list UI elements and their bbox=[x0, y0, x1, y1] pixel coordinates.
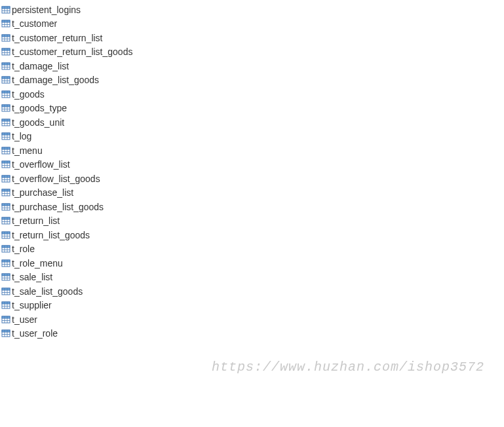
table-item[interactable]: t_supplier bbox=[0, 299, 504, 313]
table-item[interactable]: t_role_menu bbox=[0, 256, 504, 270]
table-item[interactable]: t_purchase_list bbox=[0, 186, 504, 200]
table-label: t_overflow_list bbox=[12, 159, 70, 170]
table-label: t_user bbox=[12, 314, 37, 325]
table-label: t_damage_list_goods bbox=[12, 75, 99, 85]
table-item[interactable]: t_return_list_goods bbox=[0, 228, 504, 242]
table-item[interactable]: t_goods bbox=[0, 87, 504, 102]
table-label: t_sale_list_goods bbox=[12, 286, 83, 297]
table-icon bbox=[1, 216, 10, 225]
table-label: persistent_logins bbox=[12, 5, 81, 15]
table-icon bbox=[1, 118, 10, 127]
svg-rect-51 bbox=[2, 147, 10, 149]
table-icon bbox=[1, 272, 10, 282]
svg-rect-46 bbox=[2, 133, 10, 135]
svg-rect-21 bbox=[2, 63, 10, 65]
table-item[interactable]: t_sale_list_goods bbox=[0, 284, 504, 299]
table-item[interactable]: t_return_list bbox=[0, 214, 504, 229]
svg-rect-66 bbox=[2, 189, 10, 191]
svg-rect-11 bbox=[2, 35, 10, 37]
table-label: t_overflow_list_goods bbox=[12, 174, 100, 184]
table-icon bbox=[1, 315, 10, 324]
svg-rect-36 bbox=[2, 105, 10, 107]
table-icon bbox=[1, 47, 10, 56]
table-icon bbox=[1, 231, 10, 240]
table-label: t_supplier bbox=[12, 300, 52, 310]
table-item[interactable]: t_log bbox=[0, 130, 504, 144]
svg-rect-116 bbox=[2, 330, 10, 332]
table-item[interactable]: t_overflow_list bbox=[0, 158, 504, 172]
svg-rect-96 bbox=[2, 274, 10, 276]
table-icon bbox=[1, 90, 10, 99]
table-label: t_menu bbox=[12, 145, 43, 156]
table-label: t_goods bbox=[12, 89, 45, 100]
table-label: t_role bbox=[12, 244, 35, 254]
table-label: t_goods_type bbox=[12, 103, 67, 113]
table-item[interactable]: t_role bbox=[0, 242, 504, 257]
svg-rect-61 bbox=[2, 176, 10, 177]
table-icon bbox=[1, 33, 10, 43]
table-icon bbox=[1, 244, 10, 253]
table-item[interactable]: t_purchase_list_goods bbox=[0, 200, 504, 214]
svg-rect-56 bbox=[2, 161, 10, 163]
svg-rect-71 bbox=[2, 204, 10, 206]
table-item[interactable]: t_overflow_list_goods bbox=[0, 172, 504, 186]
table-label: t_customer bbox=[12, 18, 57, 29]
table-icon bbox=[1, 287, 10, 296]
table-item[interactable]: t_customer bbox=[0, 17, 504, 31]
table-label: t_return_list bbox=[12, 215, 60, 226]
table-icon bbox=[1, 62, 10, 71]
table-icon bbox=[1, 259, 10, 268]
table-icon bbox=[1, 202, 10, 212]
table-icon bbox=[1, 146, 10, 155]
svg-rect-101 bbox=[2, 288, 10, 290]
svg-rect-91 bbox=[2, 260, 10, 262]
table-item[interactable]: t_customer_return_list_goods bbox=[0, 45, 504, 60]
svg-rect-41 bbox=[2, 119, 10, 121]
table-label: t_purchase_list_goods bbox=[12, 202, 104, 212]
svg-rect-1 bbox=[2, 7, 10, 9]
table-icon bbox=[1, 103, 10, 113]
table-label: t_damage_list bbox=[12, 61, 69, 71]
svg-rect-106 bbox=[2, 302, 10, 304]
table-icon bbox=[1, 132, 10, 141]
table-item[interactable]: t_sale_list bbox=[0, 270, 504, 285]
svg-rect-16 bbox=[2, 48, 10, 50]
table-label: t_return_list_goods bbox=[12, 230, 90, 240]
svg-rect-26 bbox=[2, 77, 10, 79]
table-label: t_customer_return_list bbox=[12, 33, 103, 43]
table-label: t_sale_list bbox=[12, 272, 52, 282]
table-label: t_purchase_list bbox=[12, 187, 73, 198]
table-icon bbox=[1, 5, 10, 14]
watermark-text: https://www.huzhan.com/ishop3572 bbox=[212, 360, 484, 375]
svg-rect-31 bbox=[2, 91, 10, 93]
table-item[interactable]: t_damage_list bbox=[0, 59, 504, 73]
svg-rect-76 bbox=[2, 217, 10, 219]
svg-rect-6 bbox=[2, 20, 10, 22]
table-item[interactable]: t_goods_unit bbox=[0, 115, 504, 130]
table-item[interactable]: t_menu bbox=[0, 143, 504, 158]
table-label: t_role_menu bbox=[12, 258, 63, 269]
table-item[interactable]: t_goods_type bbox=[0, 102, 504, 116]
table-icon bbox=[1, 188, 10, 197]
table-icon bbox=[1, 160, 10, 169]
table-label: t_customer_return_list_goods bbox=[12, 46, 132, 57]
table-icon bbox=[1, 329, 10, 338]
svg-rect-81 bbox=[2, 232, 10, 234]
table-label: t_log bbox=[12, 131, 31, 141]
table-icon bbox=[1, 75, 10, 84]
table-label: t_user_role bbox=[12, 328, 58, 339]
table-label: t_goods_unit bbox=[12, 117, 64, 128]
table-icon bbox=[1, 174, 10, 183]
svg-rect-111 bbox=[2, 316, 10, 318]
table-item[interactable]: t_customer_return_list bbox=[0, 31, 504, 45]
database-table-list: persistent_loginst_customert_customer_re… bbox=[0, 0, 504, 341]
table-icon bbox=[1, 19, 10, 28]
table-item[interactable]: t_damage_list_goods bbox=[0, 73, 504, 88]
table-item[interactable]: persistent_logins bbox=[0, 3, 504, 17]
svg-rect-86 bbox=[2, 246, 10, 248]
table-item[interactable]: t_user bbox=[0, 312, 504, 327]
table-icon bbox=[1, 301, 10, 310]
table-item[interactable]: t_user_role bbox=[0, 327, 504, 341]
